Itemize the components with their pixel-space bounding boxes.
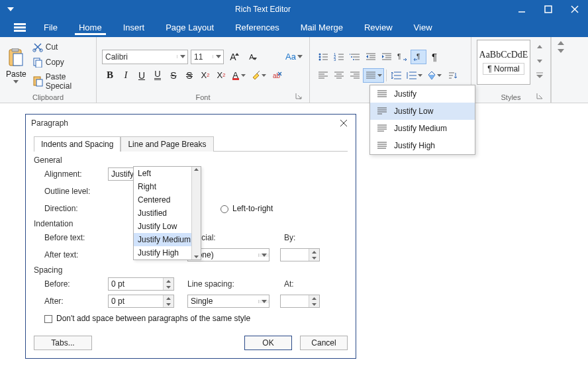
justify-medium-icon — [377, 123, 387, 134]
after-spin[interactable]: 0 pt — [108, 295, 174, 308]
double-strikethrough-icon[interactable]: S — [181, 68, 197, 83]
font-color-button[interactable]: A — [229, 68, 249, 83]
justify-low-icon — [377, 106, 387, 117]
justify-menu-item-high[interactable]: Justify High — [370, 137, 475, 154]
tab-file[interactable]: File — [33, 19, 68, 37]
show-marks-icon[interactable]: ¶ — [426, 50, 442, 64]
alignment-list-scrollbar[interactable] — [191, 167, 201, 259]
tab-page-layout[interactable]: Page Layout — [155, 19, 224, 37]
clear-formatting-icon[interactable]: ab — [269, 68, 285, 83]
justify-menu-item-low[interactable]: Justify Low — [370, 103, 475, 120]
strikethrough-icon[interactable]: S — [166, 68, 181, 83]
app-menu-icon[interactable] — [4, 3, 17, 16]
gallery-up-icon[interactable] — [534, 40, 545, 53]
bullets-icon[interactable] — [315, 50, 331, 64]
alignment-option-justify-medium[interactable]: Justify Medium — [134, 233, 201, 246]
alignment-option-justified[interactable]: Justified — [134, 207, 201, 220]
before-spin[interactable]: 0 pt — [108, 277, 174, 291]
radio-left-to-right[interactable]: Left-to-right — [220, 204, 273, 213]
ribbon-collapse-icon[interactable] — [558, 41, 564, 45]
checkbox-dont-add-space[interactable]: Don't add space between paragraphs of th… — [44, 314, 250, 323]
justify-menu-item-medium[interactable]: Justify Medium — [370, 120, 475, 137]
dialog-close-icon[interactable] — [337, 117, 350, 130]
minimize-button[interactable] — [509, 0, 535, 19]
svg-rect-9 — [12, 48, 19, 52]
dialog-tab-indents[interactable]: Indents and Spacing — [34, 136, 121, 152]
highlight-color-button[interactable] — [249, 68, 269, 83]
align-left-icon[interactable] — [315, 68, 331, 83]
gallery-down-icon[interactable] — [534, 54, 545, 68]
svg-rect-6 — [14, 30, 26, 32]
gallery-more-icon[interactable] — [534, 69, 545, 82]
font-dialog-launcher-icon[interactable] — [295, 92, 304, 101]
align-center-icon[interactable] — [331, 68, 347, 83]
alignment-option-centered[interactable]: Centered — [134, 193, 201, 207]
alignment-option-justify-high[interactable]: Justify High — [134, 246, 201, 259]
multilevel-list-icon[interactable] — [347, 50, 363, 64]
shading-button[interactable] — [424, 68, 444, 83]
align-right-icon[interactable] — [347, 68, 363, 83]
paste-label[interactable]: Paste — [6, 70, 26, 79]
increase-indent-icon[interactable] — [379, 50, 395, 64]
italic-icon[interactable]: I — [118, 68, 134, 83]
tab-review[interactable]: Review — [354, 19, 403, 37]
font-name-combo[interactable]: Calibri — [102, 50, 188, 64]
alignment-option-justify-low[interactable]: Justify Low — [134, 220, 201, 233]
close-button[interactable] — [562, 0, 588, 19]
tab-insert[interactable]: Insert — [113, 19, 156, 37]
justify-menu-item-justify[interactable]: Justify — [370, 85, 475, 103]
dialog-tab-linebreaks[interactable]: Line and Page Breaks — [121, 136, 213, 152]
label-after-text: After text: — [44, 250, 108, 259]
change-case-button[interactable]: Aa — [284, 50, 304, 64]
paste-special-button[interactable]: Paste Special — [30, 71, 91, 92]
rtl-direction-icon[interactable]: ¶ — [411, 50, 426, 64]
paste-dropdown-icon[interactable] — [13, 80, 19, 83]
subscript-icon[interactable]: X2 — [213, 68, 229, 83]
svg-rect-15 — [36, 79, 42, 86]
grow-font-icon[interactable]: A — [226, 50, 242, 64]
at-spin[interactable] — [280, 295, 320, 308]
tabs-button[interactable]: Tabs... — [34, 336, 92, 350]
cut-button[interactable]: Cut — [30, 40, 91, 54]
after-value: 0 pt — [109, 295, 163, 307]
font-size-combo[interactable]: 11 — [191, 50, 224, 64]
group-font: Calibri 11 A A Aa B I U U S S X2 — [97, 37, 310, 103]
by-spin[interactable] — [280, 248, 320, 261]
justify-split-button[interactable] — [363, 68, 384, 83]
copy-button[interactable]: Copy — [30, 56, 91, 69]
tab-view[interactable]: View — [403, 19, 443, 37]
ltr-direction-icon[interactable]: ¶ — [395, 50, 411, 64]
bold-icon[interactable]: B — [102, 68, 118, 83]
svg-text:¶: ¶ — [397, 53, 401, 60]
line-spacing-icon-2[interactable] — [405, 68, 424, 83]
underline-icon[interactable]: U — [134, 68, 150, 83]
alignment-dropdown-list: Left Right Centered Justified Justify Lo… — [133, 166, 201, 260]
ribbon-options-icon[interactable] — [558, 49, 564, 53]
file-button-icon[interactable] — [7, 19, 33, 37]
superscript-icon[interactable]: X2 — [197, 68, 213, 83]
line-spacing-icon-1[interactable] — [389, 68, 405, 83]
group-label-styles: Styles — [477, 92, 545, 101]
maximize-button[interactable] — [535, 0, 562, 19]
decrease-indent-icon[interactable] — [363, 50, 379, 64]
tab-references[interactable]: References — [224, 19, 289, 37]
section-general: General — [34, 156, 348, 165]
alignment-option-right[interactable]: Right — [134, 180, 201, 193]
numbering-icon[interactable]: 123 — [331, 50, 347, 64]
ribbon: Paste Cut Copy Paste Special Clipboard — [0, 37, 588, 103]
cancel-button[interactable]: Cancel — [300, 336, 348, 350]
tab-home[interactable]: Home — [68, 19, 113, 37]
paste-special-label: Paste Special — [46, 72, 88, 91]
alignment-option-left[interactable]: Left — [134, 167, 201, 180]
paste-icon[interactable] — [7, 48, 25, 68]
ok-button[interactable]: OK — [244, 336, 292, 350]
style-gallery-item[interactable]: AaBbCcDdE ¶ Normal — [477, 40, 530, 85]
sort-icon[interactable] — [444, 68, 460, 83]
tab-mail-merge[interactable]: Mail Merge — [290, 19, 354, 37]
styles-dialog-launcher-icon[interactable] — [536, 92, 545, 101]
line-spacing-combo[interactable]: Single — [187, 295, 270, 308]
shrink-font-icon[interactable]: A — [245, 50, 261, 64]
chevron-down-icon — [213, 55, 223, 58]
double-underline-icon[interactable]: U — [150, 68, 166, 83]
svg-point-17 — [319, 53, 321, 55]
